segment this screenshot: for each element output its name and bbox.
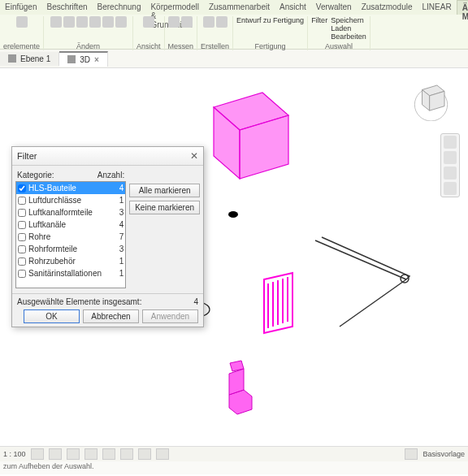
statusbar: 1 : 100 Basisvorlage (0, 446, 468, 461)
checkbox[interactable] (18, 257, 26, 266)
ribbon-group-label: Auswahl (325, 42, 353, 50)
filter-button[interactable]: Filter (311, 16, 327, 41)
select-none-button[interactable]: Keine markieren (129, 201, 200, 214)
status-icon[interactable] (31, 448, 44, 460)
menubar: Einfügen Beschriften Berechnung Körpermo… (0, 0, 468, 15)
ribbon-group: Messen (165, 16, 198, 50)
cube3d-icon (67, 55, 76, 63)
status-icon[interactable] (84, 448, 98, 460)
hint-text: zum Aufheben der Auswahl. (0, 461, 468, 474)
ribbon-group-label: Messen (168, 42, 194, 50)
object-toilet[interactable] (229, 361, 252, 414)
close-icon[interactable]: ✕ (190, 150, 198, 162)
dialog-titlebar[interactable]: Filter ✕ (12, 147, 203, 166)
status-icon[interactable] (138, 448, 151, 460)
object-dot[interactable] (228, 211, 238, 218)
ribbon-icon[interactable] (168, 16, 180, 28)
checkbox[interactable] (18, 197, 26, 205)
ribbon-group-label: Erstellen (201, 42, 229, 50)
ribbon-link[interactable]: Bearbeiten (331, 32, 366, 41)
ribbon-icon[interactable] (63, 16, 75, 28)
ribbon-group: Ändern (44, 16, 133, 50)
object-hls-cube[interactable] (214, 93, 288, 179)
checkbox[interactable] (18, 209, 26, 217)
status-icon[interactable] (49, 448, 62, 460)
list-item[interactable]: HLS-Bauteile4 (16, 182, 125, 194)
nav-zoom-icon[interactable] (444, 167, 457, 180)
list-item[interactable]: Sanitärinstallationen1 (16, 267, 125, 279)
status-icon[interactable] (102, 448, 115, 460)
ribbon-group: erelemente (0, 16, 44, 50)
checkbox[interactable] (18, 270, 26, 278)
ribbon-group: Ansicht (133, 16, 165, 50)
checkbox[interactable] (18, 221, 26, 229)
menu-item[interactable]: Berechnung (93, 0, 146, 15)
menu-item[interactable]: LINEAR (418, 0, 457, 15)
viewport[interactable]: Filter ✕ Kategorie: Anzahl: HLS-Bauteile… (0, 68, 468, 446)
select-all-button[interactable]: Alle markieren (129, 184, 200, 197)
selected-total-value: 4 (193, 297, 198, 306)
template-name[interactable]: Basisvorlage (422, 450, 465, 458)
ok-button[interactable]: OK (24, 309, 80, 323)
filter-dialog: Filter ✕ Kategorie: Anzahl: HLS-Bauteile… (11, 146, 204, 327)
list-item[interactable]: Rohrformteile3 (16, 243, 125, 255)
ribbon-icon[interactable] (50, 16, 62, 28)
category-listbox[interactable]: HLS-Bauteile4 Luftdurchlässe1 Luftkanalf… (15, 181, 126, 288)
navigation-bar[interactable] (440, 133, 460, 197)
cancel-button[interactable]: Abbrechen (83, 309, 139, 323)
ribbon-group-label: Ändern (76, 42, 100, 50)
checkbox[interactable] (18, 184, 26, 193)
ribbon-body: erelemente Ändern Ansicht Messen Erstell… (0, 15, 468, 52)
ribbon-icon[interactable] (16, 16, 28, 28)
scale-readout[interactable]: 1 : 100 (3, 450, 26, 458)
status-icon[interactable] (405, 448, 418, 460)
ribbon-icon[interactable] (76, 16, 88, 28)
ribbon-icon[interactable] (203, 16, 214, 28)
viewcube[interactable] (409, 76, 453, 121)
nav-orbit-icon[interactable] (444, 182, 457, 195)
ribbon-group-fertigung: Entwurf zu Fertigung Fertigung (233, 16, 308, 50)
status-icon[interactable] (156, 448, 169, 460)
list-item[interactable]: Rohre7 (16, 231, 125, 243)
ribbon-icon[interactable] (143, 16, 154, 28)
object-radiator[interactable] (264, 273, 292, 333)
ribbon-link[interactable]: Speichern (331, 16, 366, 24)
menu-item[interactable]: Verwalten (311, 0, 357, 15)
view-tab[interactable]: Ebene 1 (0, 52, 59, 66)
menu-item[interactable]: Ansicht (275, 0, 311, 15)
view-tabbar: Ebene 1 3D× (0, 50, 468, 68)
apply-button[interactable]: Anwenden (142, 309, 198, 323)
menu-item[interactable]: Beschriften (41, 0, 92, 15)
list-item[interactable]: Luftdurchlässe1 (16, 194, 125, 206)
ribbon-icon[interactable] (181, 16, 193, 28)
checkbox[interactable] (18, 245, 26, 253)
close-icon[interactable]: × (94, 55, 99, 64)
ribbon-icon[interactable] (102, 16, 114, 28)
menu-item[interactable]: Zusatzmodule (357, 0, 418, 15)
ribbon-icon[interactable] (89, 16, 101, 28)
object-pipes[interactable] (315, 237, 410, 327)
column-header-category: Kategorie: (17, 171, 54, 180)
menu-item[interactable]: Einfügen (0, 0, 41, 15)
dialog-title: Filter (17, 151, 37, 161)
nav-pan-icon[interactable] (444, 151, 457, 164)
list-item[interactable]: Luftkanäle4 (16, 219, 125, 231)
nav-wheel-icon[interactable] (444, 136, 457, 149)
ribbon: Einfügen Beschriften Berechnung Körpermo… (0, 0, 468, 50)
sheet-icon (8, 54, 16, 63)
selected-total-label: Ausgewählte Elemente insgesamt: (17, 297, 141, 306)
ribbon-link[interactable]: Laden (331, 24, 366, 32)
view-tab-active[interactable]: 3D× (59, 51, 108, 67)
entwurf-button[interactable]: Entwurf zu Fertigung (236, 16, 304, 24)
ribbon-icon[interactable] (115, 16, 127, 28)
status-icon[interactable] (67, 448, 80, 460)
list-item[interactable]: Luftkanalformteile3 (16, 206, 125, 219)
column-header-count: Anzahl: (98, 171, 124, 180)
status-icon[interactable] (120, 448, 133, 460)
list-item[interactable]: Rohrzubehör1 (16, 255, 125, 267)
ribbon-icon[interactable] (216, 16, 228, 28)
menu-item-active[interactable]: Ändern | Mehrfachauswahl (457, 0, 468, 15)
menu-item[interactable]: Körpermodell & Grundstück (145, 0, 203, 15)
menu-item[interactable]: Zusammenarbeit (204, 0, 275, 15)
checkbox[interactable] (18, 233, 26, 241)
